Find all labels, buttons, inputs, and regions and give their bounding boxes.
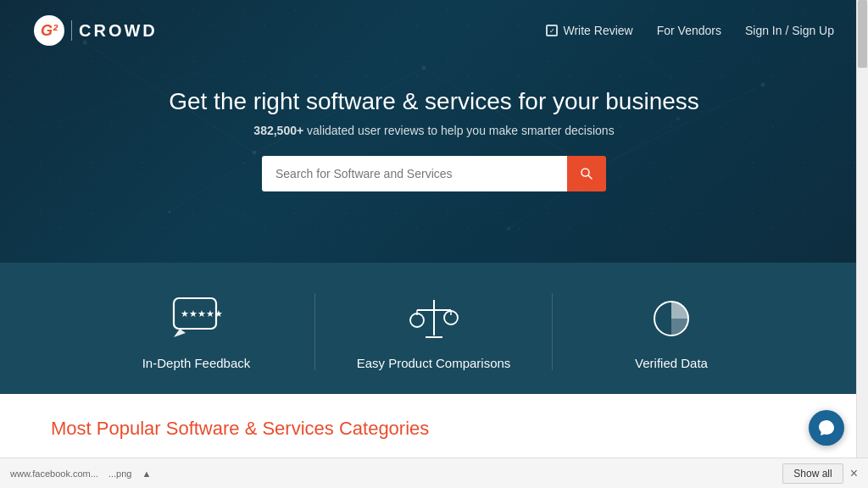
categories-title: Most Popular Software & Services Categor… (51, 418, 817, 440)
for-vendors-link[interactable]: For Vendors (657, 24, 721, 37)
feature-verified: Verified Data (553, 293, 790, 370)
feature-comparisons-label: Easy Product Comparisons (357, 356, 511, 370)
hero-title: Get the right software & services for yo… (0, 88, 868, 115)
bottom-left: www.facebook.com... ...png ▲ (10, 469, 151, 479)
svg-marker-22 (174, 329, 186, 337)
write-review-link[interactable]: ✓ Write Review (546, 24, 632, 37)
features-section: ★★★★★ In-Depth Feedback Easy Product Com… (0, 263, 868, 394)
search-button[interactable] (567, 156, 606, 191)
svg-point-28 (410, 313, 424, 327)
chat-icon (817, 419, 836, 437)
close-button[interactable]: × (850, 466, 858, 481)
search-bar (0, 156, 868, 191)
sign-in-link[interactable]: Sign In / Sign Up (745, 24, 834, 37)
logo-divider (71, 20, 72, 41)
navbar: G² CROWD ✓ Write Review For Vendors Sign… (0, 0, 868, 61)
scales-icon (404, 293, 464, 344)
svg-point-15 (168, 210, 171, 214)
show-all-button[interactable]: Show all (782, 463, 843, 484)
chat-stars-icon: ★★★★★ (167, 293, 226, 344)
feature-verified-label: Verified Data (635, 356, 708, 370)
feature-feedback: ★★★★★ In-Depth Feedback (78, 293, 315, 370)
bottom-url: www.facebook.com... (10, 469, 98, 479)
hero-subtitle: 382,500+ validated user reviews to help … (0, 124, 868, 137)
feature-feedback-label: In-Depth Feedback (142, 356, 251, 370)
pie-chart-icon (642, 293, 701, 344)
hero-section: G² CROWD ✓ Write Review For Vendors Sign… (0, 0, 868, 263)
bottom-filename: ...png (108, 469, 132, 479)
svg-text:★★★★★: ★★★★★ (181, 308, 223, 319)
bottom-bar: www.facebook.com... ...png ▲ Show all × (0, 458, 868, 488)
check-icon: ✓ (546, 25, 558, 36)
bottom-arrow: ▲ (142, 469, 151, 479)
logo-g2-icon: G² (34, 15, 64, 46)
bottom-right: Show all × (782, 463, 858, 484)
search-icon (580, 167, 593, 180)
svg-line-20 (588, 175, 592, 179)
chat-support-button[interactable] (809, 410, 844, 446)
feature-comparisons: Easy Product Comparisons (315, 293, 553, 370)
search-input[interactable] (262, 156, 567, 191)
hero-content: Get the right software & services for yo… (0, 61, 868, 191)
nav-links: ✓ Write Review For Vendors Sign In / Sig… (546, 24, 834, 37)
logo[interactable]: G² CROWD (34, 15, 158, 46)
svg-point-17 (507, 227, 510, 230)
logo-text: CROWD (79, 21, 158, 41)
